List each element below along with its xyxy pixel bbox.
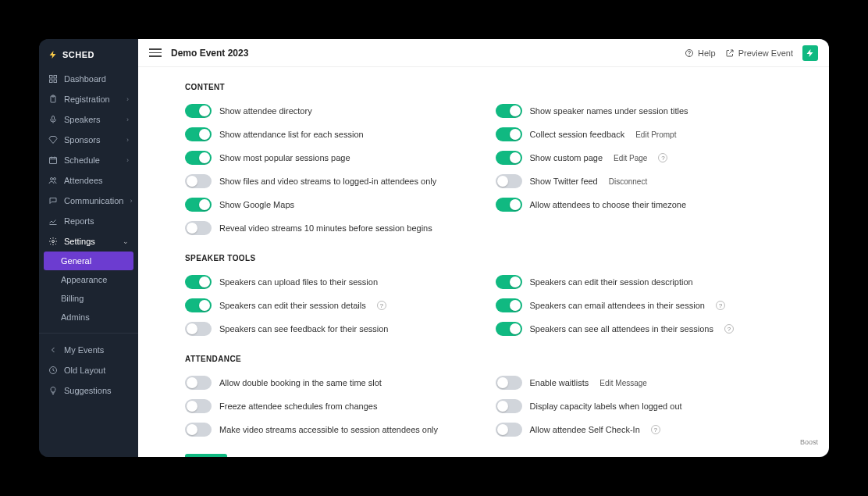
avatar-icon: [806, 48, 815, 58]
setting-action-link[interactable]: Disconnect: [609, 177, 647, 186]
toggle[interactable]: [496, 399, 522, 413]
setting-row: Allow double booking in the same time sl…: [185, 371, 472, 394]
toggle[interactable]: [185, 221, 212, 235]
sidebar-item-settings[interactable]: Settings⌄: [39, 231, 138, 252]
svg-rect-7: [50, 158, 57, 164]
chevron-icon: ›: [126, 116, 129, 123]
svg-rect-3: [54, 80, 57, 83]
sidebar-item-speakers[interactable]: Speakers›: [39, 109, 138, 130]
sidebar-item-label: Sponsors: [64, 135, 120, 145]
toggle[interactable]: [496, 127, 522, 141]
chat-icon: [48, 196, 58, 205]
setting-label: Enable waitlists: [530, 378, 589, 387]
sidebar-sub-admins[interactable]: Admins: [39, 308, 138, 327]
svg-point-8: [51, 178, 53, 180]
toggle[interactable]: [185, 198, 212, 212]
sidebar-item-label: Reports: [64, 216, 129, 226]
help-label: Help: [698, 48, 716, 58]
help-tooltip-icon[interactable]: ?: [658, 153, 667, 162]
sidebar-item-attendees[interactable]: Attendees: [39, 170, 138, 191]
toggle[interactable]: [185, 298, 212, 312]
clipboard-icon: [48, 95, 58, 104]
setting-label: Freeze attendee schedules from changes: [219, 401, 377, 411]
setting-action-link[interactable]: Edit Prompt: [635, 130, 676, 139]
sidebar-item-label: Schedule: [64, 155, 120, 165]
gear-icon: [48, 237, 58, 246]
sidebar-item-label: Registration: [64, 95, 120, 104]
toggle[interactable]: [185, 174, 212, 188]
setting-row: Show speaker names under session titles: [496, 99, 783, 123]
setting-row: Show files and video streams to logged-i…: [185, 169, 472, 193]
sidebar-nav: DashboardRegistration›Speakers›Sponsors›…: [39, 69, 138, 457]
help-tooltip-icon[interactable]: ?: [377, 301, 386, 310]
toggle[interactable]: [185, 322, 212, 336]
toggle[interactable]: [496, 104, 522, 118]
svg-point-13: [689, 55, 690, 55]
setting-row: Make video streams accessible to session…: [185, 418, 472, 441]
sidebar-item-schedule[interactable]: Schedule›: [39, 150, 138, 170]
setting-label: Make video streams accessible to session…: [219, 425, 438, 434]
toggle[interactable]: [185, 376, 212, 390]
sidebar-item-reports[interactable]: Reports: [39, 211, 138, 231]
sidebar-sub-appearance[interactable]: Appearance: [39, 270, 138, 289]
sidebar-item-label: Communication: [64, 196, 123, 205]
section-title: ATTENDANCE: [185, 355, 782, 363]
help-tooltip-icon[interactable]: ?: [651, 425, 660, 434]
boost-link[interactable]: Boost: [800, 438, 818, 446]
setting-row: Enable waitlistsEdit Message: [496, 371, 783, 394]
toggle[interactable]: [496, 298, 522, 312]
svg-point-9: [54, 178, 56, 180]
sidebar-sub-billing[interactable]: Billing: [39, 289, 138, 308]
toggle[interactable]: [496, 275, 522, 289]
setting-action-link[interactable]: Edit Page: [614, 154, 647, 162]
bulb-icon: [48, 386, 58, 395]
toggle[interactable]: [185, 127, 212, 141]
brand-logo[interactable]: SCHED: [39, 39, 138, 69]
topbar: Demo Event 2023 Help Preview Event: [138, 39, 829, 67]
toggle[interactable]: [185, 104, 212, 118]
setting-action-link[interactable]: Edit Message: [599, 379, 647, 387]
avatar[interactable]: [802, 45, 818, 61]
sidebar-item-label: Attendees: [64, 176, 129, 185]
setting-row: Show Google Maps: [185, 193, 472, 216]
setting-row: Speakers can see all attendees in their …: [496, 317, 783, 341]
setting-label: Show attendance list for each session: [219, 130, 364, 139]
toggle[interactable]: [185, 423, 212, 437]
help-tooltip-icon[interactable]: ?: [716, 301, 725, 310]
sidebar-item-label: Suggestions: [64, 386, 129, 395]
chevron-icon: ›: [130, 197, 132, 205]
hamburger-icon[interactable]: [149, 47, 162, 59]
setting-row: Freeze attendee schedules from changes: [185, 394, 472, 418]
chevron-icon: ›: [126, 136, 129, 144]
toggle[interactable]: [496, 376, 522, 390]
sidebar-footer-my-events[interactable]: My Events: [39, 340, 138, 360]
help-tooltip-icon[interactable]: ?: [724, 324, 734, 334]
toggle[interactable]: [496, 423, 522, 437]
sidebar: SCHED DashboardRegistration›Speakers›Spo…: [39, 39, 138, 457]
help-link[interactable]: Help: [685, 48, 716, 58]
toggle[interactable]: [185, 399, 212, 413]
sidebar-item-label: Dashboard: [64, 74, 129, 84]
chart-icon: [48, 216, 58, 226]
toggle[interactable]: [185, 151, 212, 165]
sidebar-footer-suggestions[interactable]: Suggestions: [39, 380, 138, 401]
toggle[interactable]: [496, 198, 522, 212]
toggle[interactable]: [496, 151, 522, 165]
toggle[interactable]: [496, 174, 522, 188]
toggle[interactable]: [185, 275, 212, 289]
sidebar-item-communication[interactable]: Communication›: [39, 191, 138, 211]
preview-link[interactable]: Preview Event: [725, 48, 793, 58]
setting-label: Show Google Maps: [219, 200, 294, 209]
save-button[interactable]: Save: [185, 454, 227, 457]
setting-label: Speakers can edit their session descript…: [530, 277, 693, 287]
chevron-icon: ⌄: [123, 237, 129, 245]
sidebar-item-registration[interactable]: Registration›: [39, 89, 138, 109]
toggle[interactable]: [496, 322, 522, 336]
svg-rect-1: [54, 76, 57, 79]
sidebar-item-sponsors[interactable]: Sponsors›: [39, 130, 138, 150]
setting-label: Allow attendee Self Check-In: [530, 425, 640, 434]
sidebar-item-dashboard[interactable]: Dashboard: [39, 69, 138, 89]
external-icon: [725, 48, 735, 58]
sidebar-footer-old-layout[interactable]: Old Layout: [39, 360, 138, 380]
sidebar-sub-general[interactable]: General: [44, 252, 133, 270]
